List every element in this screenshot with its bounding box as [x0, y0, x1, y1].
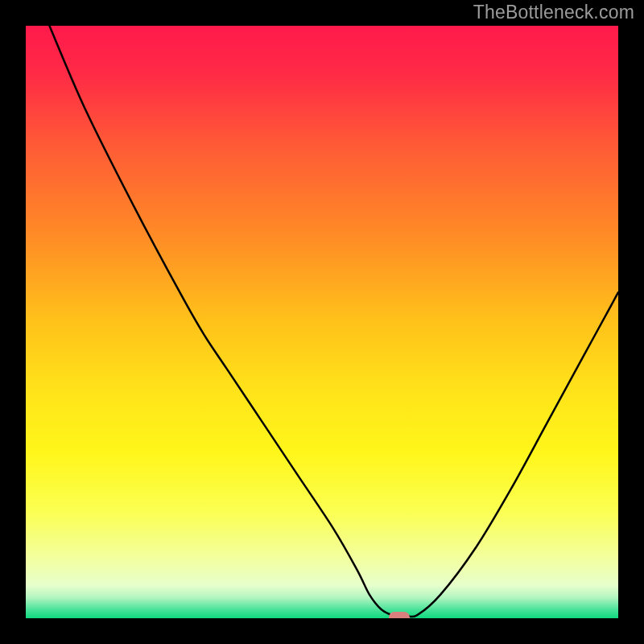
- bottleneck-marker: [389, 612, 410, 618]
- bottleneck-chart: [26, 26, 618, 618]
- chart-background-gradient: [26, 26, 618, 618]
- watermark-text: TheBottleneck.com: [473, 2, 634, 23]
- chart-frame: TheBottleneck.com: [0, 0, 644, 644]
- plot-area: [26, 26, 618, 618]
